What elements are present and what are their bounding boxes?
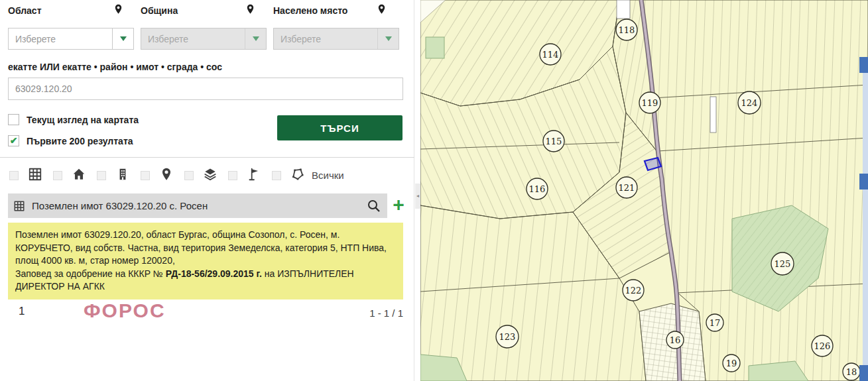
svg-text:18: 18 xyxy=(846,367,857,377)
chevron-down-icon xyxy=(245,28,266,49)
pagination-range: 1 - 1 / 1 xyxy=(345,307,403,319)
result-row[interactable]: Поземлен имот 63029.120.20 с. Росен xyxy=(8,193,387,218)
panel-gutter: ◂ xyxy=(415,0,420,381)
toolbar-all-link[interactable]: Всички xyxy=(312,170,344,181)
municipality-select[interactable]: Изберете xyxy=(141,28,267,50)
toolbar-checkbox-layers[interactable] xyxy=(184,171,194,180)
svg-text:114: 114 xyxy=(542,50,559,60)
svg-text:115: 115 xyxy=(546,136,562,146)
ekatte-search-input[interactable] xyxy=(8,78,403,100)
map-scrollbar-track[interactable] xyxy=(863,57,868,381)
kais-cadastre-app: Област Община Населено място Изберете Из… xyxy=(0,0,868,381)
map-white-block xyxy=(617,0,630,19)
add-result-button[interactable]: + xyxy=(390,193,407,218)
municipality-filter-label: Община xyxy=(141,5,178,16)
page-number: 1 xyxy=(19,305,25,318)
ekatte-search-label: екатте ИЛИ екатте • район • имот • сград… xyxy=(8,62,222,72)
map-pan-down-button[interactable] xyxy=(859,365,868,381)
svg-text:124: 124 xyxy=(741,98,758,108)
svg-text:119: 119 xyxy=(642,98,658,108)
first-200-results-checkbox[interactable]: ✔ xyxy=(8,135,19,146)
svg-text:126: 126 xyxy=(814,341,831,351)
map-panel: 1141181191241151161211221231251261716191… xyxy=(420,0,868,381)
order-prefix: Заповед за одобрение на КККР № xyxy=(15,268,166,279)
toolbar-checkbox-markers[interactable] xyxy=(228,171,237,180)
toolbar-checkbox-buildings[interactable] xyxy=(53,171,62,180)
divider xyxy=(0,157,414,158)
chevron-down-icon xyxy=(377,28,399,49)
result-order-text: Заповед за одобрение на КККР № РД-18-56/… xyxy=(15,268,396,294)
settlement-filter-label: Населено място xyxy=(273,5,347,16)
order-number: РД-18-56/29.09.2015 г. xyxy=(166,268,262,279)
search-button[interactable]: ТЪРСИ xyxy=(277,115,403,140)
settlement-select[interactable]: Изберете xyxy=(273,28,399,50)
toolbar-checkbox-parcels[interactable] xyxy=(9,171,19,180)
result-title: Поземлен имот 63029.120.20 с. Росен xyxy=(32,200,366,211)
cadastral-map[interactable]: 1141181191241151161211221231251261716191… xyxy=(420,0,868,381)
chevron-down-icon xyxy=(112,28,133,49)
municipality-select-value: Изберете xyxy=(141,34,245,44)
map-white-strip xyxy=(710,97,716,133)
grid-icon[interactable] xyxy=(28,167,42,182)
search-sidebar: Област Община Населено място Изберете Из… xyxy=(0,0,414,381)
map-pan-up-button[interactable] xyxy=(859,57,868,73)
region-filter-label: Област xyxy=(8,5,42,16)
settlement-select-value: Изберете xyxy=(274,34,377,44)
grid-icon xyxy=(13,200,25,212)
svg-text:19: 19 xyxy=(726,358,737,368)
result-detail-text: Поземлен имот 63029.120.20, област Бурга… xyxy=(15,229,396,268)
map-scrollbar-thumb[interactable] xyxy=(859,174,868,190)
result-detail-box: Поземлен имот 63029.120.20, област Бурга… xyxy=(8,223,403,299)
toolbar-checkbox-points[interactable] xyxy=(141,171,150,180)
first-200-results-label: Първите 200 резултата xyxy=(27,136,133,146)
layers-icon[interactable] xyxy=(203,167,217,182)
toolbar-checkbox-zones[interactable] xyxy=(272,171,281,180)
toolbar-checkbox-structures[interactable] xyxy=(97,171,106,180)
current-map-view-checkbox[interactable] xyxy=(8,114,19,125)
sidebar-collapse-button[interactable]: ◂ xyxy=(415,184,420,209)
region-select-value: Изберете xyxy=(9,34,112,44)
flag-icon[interactable] xyxy=(247,167,261,182)
house-icon[interactable] xyxy=(72,167,86,182)
svg-text:118: 118 xyxy=(619,25,635,35)
svg-text:125: 125 xyxy=(775,259,791,269)
check-icon: ✔ xyxy=(10,135,18,146)
svg-text:16: 16 xyxy=(670,335,681,345)
foros-watermark: ФОРОС xyxy=(84,299,166,322)
pin-icon[interactable] xyxy=(159,167,174,182)
search-icon[interactable] xyxy=(366,198,382,214)
current-map-view-label: Текущ изглед на картата xyxy=(27,115,139,125)
location-pin-icon xyxy=(113,3,124,16)
polygon-icon[interactable] xyxy=(290,167,305,182)
location-pin-icon xyxy=(245,3,256,16)
svg-text:116: 116 xyxy=(529,184,546,194)
svg-text:123: 123 xyxy=(499,332,516,342)
building-icon[interactable] xyxy=(115,167,130,182)
region-select[interactable]: Изберете xyxy=(8,28,134,50)
svg-text:122: 122 xyxy=(625,286,642,296)
svg-text:17: 17 xyxy=(710,318,721,328)
location-pin-icon xyxy=(376,3,387,16)
svg-text:121: 121 xyxy=(619,183,635,193)
